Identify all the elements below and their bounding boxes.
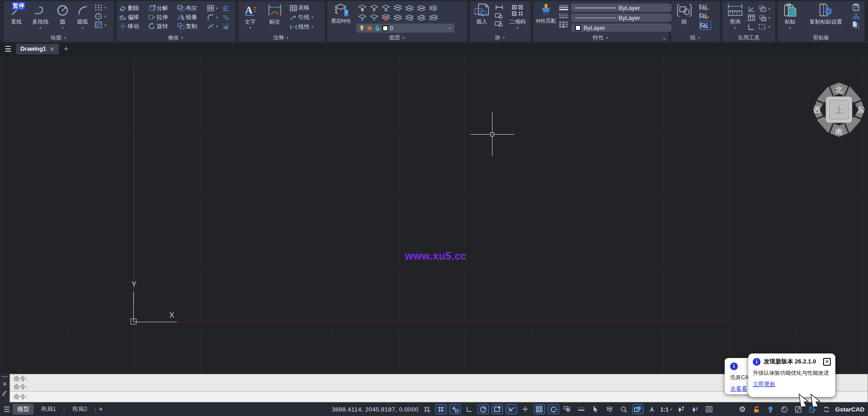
notification-update-link[interactable]: 立即更新: [753, 381, 775, 388]
unlock-icon[interactable]: [751, 404, 762, 414]
paste-button[interactable]: 粘贴 ▼: [780, 3, 800, 34]
scale-button[interactable]: [223, 24, 234, 29]
navigation-compass[interactable]: 北 南 西 东 上: [810, 81, 868, 138]
close-tab-icon[interactable]: ✕: [50, 46, 55, 53]
new-tab-button[interactable]: +: [63, 44, 68, 54]
layer-on-button[interactable]: [358, 5, 367, 12]
layout2-tab[interactable]: 布局2: [68, 404, 92, 415]
lineweight-list-icon[interactable]: [559, 5, 569, 11]
model-tab[interactable]: 模型: [13, 404, 34, 415]
properties-list-icon[interactable]: [703, 404, 715, 414]
paste-block-button[interactable]: ▼: [759, 15, 771, 21]
paste-special-button[interactable]: [852, 4, 861, 11]
layer-isolate-button[interactable]: [393, 14, 402, 21]
layer-prev-button[interactable]: [417, 5, 426, 12]
arc-button[interactable]: 圆弧 ▼: [73, 3, 92, 34]
panel-launcher-icon[interactable]: ↘: [662, 36, 666, 41]
auto-annotation-icon[interactable]: [689, 404, 701, 414]
menu-hamburger-icon[interactable]: ☰: [5, 44, 11, 54]
polyline-button[interactable]: 多段线 ▼: [29, 3, 52, 34]
status-menu-icon[interactable]: ☰: [4, 405, 10, 414]
object-snap-toggle[interactable]: [492, 404, 503, 414]
ungroup-button[interactable]: [699, 4, 711, 11]
panel-label-block[interactable]: 块 ▼: [470, 34, 531, 42]
qr-code-button[interactable]: 二维码 ▼: [507, 3, 528, 34]
ortho-mode-toggle[interactable]: [463, 404, 475, 414]
linetype-dropdown[interactable]: ByLayer ▼: [571, 14, 677, 22]
text-button[interactable]: A 文字 ▼: [241, 3, 260, 34]
insert-block-button[interactable]: 插入: [473, 3, 491, 34]
block-attr-button[interactable]: [495, 20, 504, 27]
layer-merge-button[interactable]: [429, 14, 438, 21]
copy-clip-button[interactable]: [852, 21, 861, 29]
close-command-icon[interactable]: ✕: [2, 381, 7, 387]
layer-off-button[interactable]: [358, 14, 367, 21]
drawing-canvas[interactable]: Y X www.xu5.cc 北 南 西 东: [0, 55, 868, 374]
block-base-button[interactable]: [495, 4, 504, 10]
group-selection-toggle[interactable]: [699, 21, 711, 30]
panel-label-utilities[interactable]: 实用工具: [722, 34, 775, 42]
panel-label-clipboard[interactable]: 剪贴板: [778, 34, 864, 42]
explode-button[interactable]: 分解: [148, 5, 177, 12]
align-button[interactable]: [223, 5, 234, 11]
workspace-icon[interactable]: [646, 404, 658, 414]
performance-monitor-icon[interactable]: [779, 404, 790, 414]
dynamic-ucs-toggle[interactable]: [548, 404, 559, 414]
command-history-icon[interactable]: [2, 376, 8, 378]
corner-measure-button[interactable]: [748, 24, 755, 30]
grid-display-toggle[interactable]: [435, 404, 447, 414]
linetype-list-icon[interactable]: [559, 13, 569, 19]
layer-thaw-button[interactable]: [370, 14, 379, 21]
layer-isolate-status-icon[interactable]: [604, 404, 615, 414]
stretch-button[interactable]: 拉伸: [148, 14, 177, 21]
osnap-settings-toggle[interactable]: [534, 404, 545, 414]
layer-match-button[interactable]: [393, 5, 402, 12]
table-button[interactable]: 表格: [290, 4, 314, 12]
layer-unisolate-button[interactable]: [405, 14, 414, 21]
angle-measure-button[interactable]: [748, 5, 756, 12]
layer-properties-button[interactable]: 图层特性: [330, 3, 353, 34]
panel-label-annotation[interactable]: 注释 ▼: [238, 34, 325, 42]
document-tab-drawing1[interactable]: Drawing1 ✕: [16, 44, 59, 54]
panel-label-layer[interactable]: 图层 ▼: [327, 34, 467, 42]
sync-icon[interactable]: [821, 404, 832, 414]
close-notification-button[interactable]: ✕: [823, 358, 831, 366]
new-layout-button[interactable]: +: [99, 405, 103, 413]
layer-current-button[interactable]: [405, 5, 414, 12]
edit-command-icon[interactable]: [2, 390, 8, 396]
layer-lock-button[interactable]: [381, 5, 390, 12]
move-button[interactable]: 移动: [119, 23, 148, 30]
match-properties-button[interactable]: 特性匹配: [536, 3, 556, 34]
trim-button[interactable]: ▼: [207, 23, 223, 29]
layer-select-dropdown[interactable]: 0 ▼: [356, 24, 454, 33]
panel-label-draw[interactable]: 绘图 ▼: [4, 34, 114, 42]
offset-button[interactable]: 偏移: [119, 14, 148, 21]
rotate-button[interactable]: 旋转: [148, 23, 177, 30]
divide-button[interactable]: [223, 15, 234, 20]
leader-button[interactable]: 引线 ▼: [290, 14, 314, 21]
snap-settings-icon[interactable]: [421, 404, 433, 414]
lineweight-display-toggle[interactable]: [576, 404, 587, 414]
dynamic-input-toggle[interactable]: [520, 404, 531, 414]
graphics-performance-toggle[interactable]: [632, 404, 644, 414]
select-similar-button[interactable]: ▼: [759, 24, 771, 30]
copy-paste-settings-button[interactable]: 复制粘贴设置: [804, 3, 848, 34]
cut-button[interactable]: [852, 13, 861, 19]
erase-button[interactable]: 删除: [119, 5, 148, 12]
dimension-button[interactable]: 标注: [264, 3, 285, 34]
panel-label-properties[interactable]: 特性 ▼ ↘: [533, 34, 668, 42]
donut-button[interactable]: ▼: [94, 13, 107, 20]
inquiry-button[interactable]: 查询 ▼: [725, 3, 745, 34]
mirror-button[interactable]: 镜像: [177, 14, 207, 21]
polar-tracking-toggle[interactable]: [478, 404, 489, 414]
color-dropdown[interactable]: ByLayer ▼: [571, 24, 677, 32]
selection-cycling-icon[interactable]: [590, 404, 601, 414]
snap-mode-toggle[interactable]: [449, 404, 461, 414]
circle-button[interactable]: 圆 ▼: [54, 3, 71, 34]
lineweight-dropdown[interactable]: ByLayer ▼: [571, 4, 677, 12]
quick-copy-button[interactable]: ▼: [759, 5, 771, 12]
annotation-visibility-icon[interactable]: [675, 404, 687, 414]
block-edit-button[interactable]: [495, 12, 504, 19]
copy-button[interactable]: 复制: [177, 23, 207, 30]
array-button[interactable]: ▼: [207, 5, 223, 11]
